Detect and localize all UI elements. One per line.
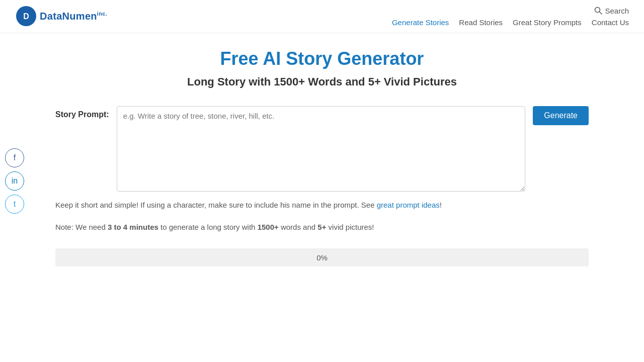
facebook-icon: f [14, 153, 16, 162]
search-label: Search [605, 7, 629, 15]
nav-read-stories[interactable]: Read Stories [459, 18, 503, 27]
prompt-label: Story Prompt: [55, 106, 109, 119]
social-sidebar: f in t [5, 148, 24, 214]
datanumen-logo-icon: D [15, 5, 38, 28]
search-icon [594, 7, 602, 15]
page-title: Free AI Story Generator [55, 48, 589, 69]
logo[interactable]: D DataNumeninc. [15, 5, 107, 28]
main-content: Free AI Story Generator Long Story with … [45, 33, 599, 282]
site-header: D DataNumeninc. Search Generate Stories … [0, 0, 644, 33]
datanumen-logo-text: DataNumeninc. [40, 11, 107, 22]
linkedin-icon: in [12, 176, 18, 186]
twitter-icon: t [14, 200, 16, 209]
page-subtitle: Long Story with 1500+ Words and 5+ Vivid… [55, 75, 589, 88]
search-button[interactable]: Search [594, 7, 629, 15]
facebook-share-button[interactable]: f [5, 148, 24, 167]
svg-line-3 [600, 12, 602, 15]
linkedin-share-button[interactable]: in [5, 171, 24, 191]
twitter-share-button[interactable]: t [5, 195, 24, 214]
nav-great-story-prompts[interactable]: Great Story Prompts [513, 18, 582, 27]
great-prompt-ideas-link[interactable]: great prompt ideas [377, 201, 440, 209]
note-time: 3 to 4 minutes [108, 223, 158, 231]
progress-bar-container: 0% [55, 248, 589, 266]
nav-generate-stories[interactable]: Generate Stories [392, 18, 449, 27]
hint-text: Keep it short and simple! If using a cha… [55, 199, 589, 211]
prompt-textarea[interactable] [117, 106, 526, 192]
nav-contact-us[interactable]: Contact Us [592, 18, 629, 27]
progress-label: 0% [316, 253, 328, 262]
note-pics: 5+ [317, 223, 326, 231]
header-right: Search Generate Stories Read Stories Gre… [392, 7, 629, 27]
prompt-form-row: Story Prompt: Generate [55, 106, 589, 192]
generate-button[interactable]: Generate [533, 106, 589, 125]
note-words: 1500+ [258, 223, 279, 231]
note-text: Note: We need 3 to 4 minutes to generate… [55, 221, 589, 233]
main-nav: Generate Stories Read Stories Great Stor… [392, 18, 629, 27]
svg-text:D: D [23, 12, 29, 21]
